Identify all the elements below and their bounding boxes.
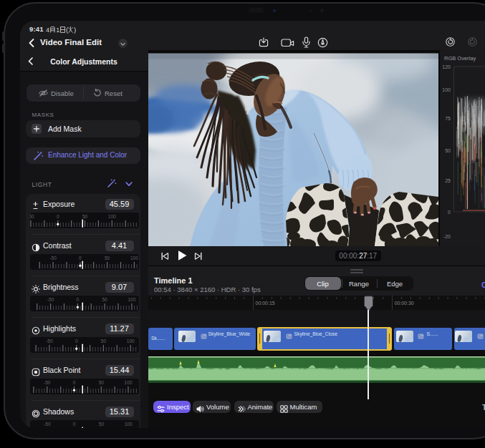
svg-text:): ) [74,26,76,34]
svg-text:100: 100 [125,380,133,385]
svg-text:4: 4 [46,26,49,33]
svg-text:0: 0 [448,210,451,215]
svg-text:0: 0 [57,214,59,219]
svg-text:-50: -50 [47,297,54,302]
svg-text:100: 100 [127,339,135,344]
svg-text:-50: -50 [44,380,51,385]
svg-text:1: 1 [56,26,59,33]
svg-text:0: 0 [73,422,76,427]
svg-text:75: 75 [445,116,451,121]
svg-text:100: 100 [128,297,135,302]
svg-text:25: 25 [445,178,451,183]
svg-text:0: 0 [73,380,76,385]
svg-text:-20: -20 [443,234,450,239]
svg-text:100: 100 [442,87,451,92]
svg-text:100: 100 [130,255,138,260]
svg-text:RGB Overlay: RGB Overlay [444,55,476,62]
svg-text:0: 0 [79,255,82,260]
svg-text:-50: -50 [46,339,53,344]
svg-text:100: 100 [125,422,133,427]
svg-text:-50: -50 [49,255,57,260]
svg-text:120: 120 [442,64,451,69]
svg-text:-50: -50 [44,422,51,427]
svg-text:100: 100 [108,214,116,219]
svg-text:50: 50 [445,148,451,153]
svg-text:00:00:15: 00:00:15 [256,301,275,306]
svg-text:50: 50 [82,214,88,219]
svg-text:00:00:30: 00:00:30 [395,301,414,306]
svg-text:50: 50 [99,422,105,427]
svg-text:0: 0 [75,339,78,344]
svg-text:0: 0 [77,297,80,302]
svg-text:50: 50 [105,255,110,260]
svg-text:-50: -50 [30,214,34,219]
svg-text:50: 50 [102,297,107,302]
svg-text:50: 50 [101,339,107,344]
svg-text:50: 50 [99,380,105,385]
